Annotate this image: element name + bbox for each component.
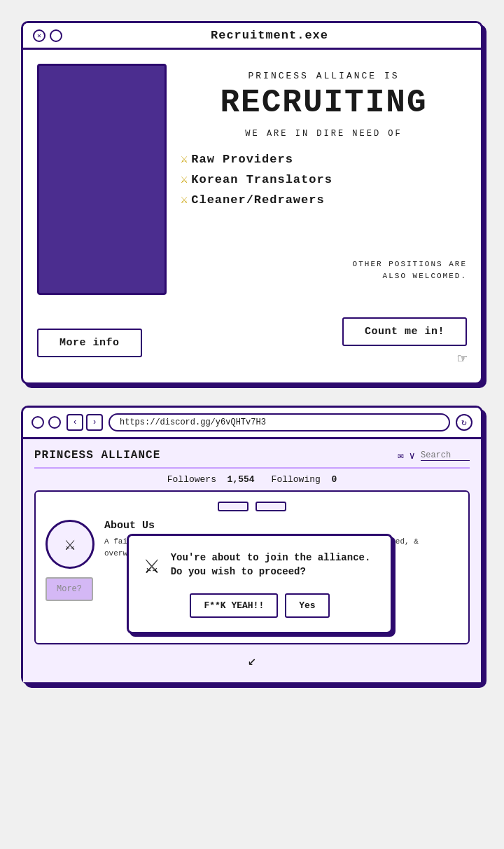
list-item: ⚔️Raw Providers (181, 150, 467, 170)
profile-icons: ✉ ∨ (398, 450, 470, 462)
following-count: 0 (331, 474, 337, 485)
profile-header: PRINCESS ALLIANCE ✉ ∨ (34, 449, 470, 469)
minimize-button[interactable] (50, 29, 62, 42)
mail-icon[interactable]: ✉ (398, 450, 403, 462)
dialog-message: You're about to join the alliance.Do you… (171, 551, 371, 579)
avatar: ⚔️ (46, 520, 94, 569)
profile-name: PRINCESS ALLIANCE (34, 449, 160, 462)
window-footer-1: More info Count me in! ☞ (23, 309, 481, 382)
url-bar[interactable] (108, 413, 450, 432)
avatar-swords-icon: ⚔️ (64, 533, 76, 555)
browser-titlebar: ‹ › ↻ (23, 408, 481, 439)
list-item: ⚔️Cleaner/Redrawers (181, 191, 467, 211)
nav-arrows: ‹ › (66, 414, 103, 431)
following-label: Following (272, 474, 321, 485)
browser-window: ‹ › ↻ PRINCESS ALLIANCE ✉ ∨ Followers 1,… (21, 406, 483, 684)
dialog-body: ⚔️ You're about to join the alliance.Do … (144, 550, 375, 581)
stats-row: Followers 1,554 Following 0 (34, 469, 470, 490)
followers-label: Followers (167, 474, 216, 485)
dialog-box: ⚔️ You're about to join the alliance.Do … (127, 534, 393, 634)
more-info-button[interactable]: More info (37, 329, 142, 357)
list-item: ⚔️Korean Translators (181, 170, 467, 191)
need-label: WE ARE IN DIRE NEED OF (181, 129, 467, 139)
forward-button[interactable]: › (86, 414, 103, 431)
search-input[interactable] (421, 450, 470, 461)
positions-list: ⚔️Raw Providers ⚔️Korean Translators ⚔️C… (181, 150, 467, 211)
window-controls: ✕ (33, 29, 62, 42)
browser-close-btn[interactable] (31, 416, 44, 429)
character-image (37, 64, 167, 295)
back-button[interactable]: ‹ (66, 414, 83, 431)
recruitment-window: ✕ Recruitment.exe PRINCESS ALLIANCE IS R… (21, 21, 483, 385)
bottom-cursor-area: ↙ (34, 644, 470, 672)
refresh-button[interactable]: ↻ (456, 414, 472, 431)
more-button[interactable]: More? (46, 577, 93, 601)
count-me-in-button[interactable]: Count me in! (342, 317, 467, 346)
browser-min-btn[interactable] (48, 416, 61, 429)
followers-count: 1,554 (227, 474, 255, 485)
cursor-icon: ☞ (458, 350, 467, 368)
dialog-swords-icon: ⚔️ (144, 550, 160, 581)
following-stat: Following 0 (272, 474, 337, 485)
titlebar-1: ✕ Recruitment.exe (23, 23, 481, 50)
window-title: Recruitment.exe (68, 29, 471, 42)
main-title: RECRUITING (181, 87, 467, 119)
yes-button[interactable]: Yes (285, 593, 329, 618)
tab-row (46, 502, 458, 511)
chevron-down-icon[interactable]: ∨ (410, 450, 415, 462)
tab-2[interactable] (255, 502, 286, 511)
sword-icon-1: ⚔️ (181, 150, 188, 170)
followers-stat: Followers 1,554 (167, 474, 255, 485)
sword-icon-3: ⚔️ (181, 191, 188, 211)
window-body-1: PRINCESS ALLIANCE IS RECRUITING WE ARE I… (23, 50, 481, 309)
dialog-footer: F**K YEAH!! Yes (144, 593, 375, 618)
dialog-overlay: ⚔️ You're about to join the alliance.Do … (127, 534, 468, 634)
tab-1[interactable] (218, 502, 248, 511)
fk-yeah-button[interactable]: F**K YEAH!! (190, 593, 278, 618)
other-positions-text: OTHER POSITIONS AREALSO WELCOMED. (353, 260, 467, 281)
close-button[interactable]: ✕ (33, 29, 46, 42)
other-positions: OTHER POSITIONS AREALSO WELCOMED. (181, 216, 467, 283)
about-title: About Us (104, 520, 458, 532)
subtitle: PRINCESS ALLIANCE IS (181, 71, 467, 81)
browser-controls (31, 416, 61, 429)
browser-body: PRINCESS ALLIANCE ✉ ∨ Followers 1,554 Fo… (23, 439, 481, 682)
sword-icon-2: ⚔️ (181, 170, 188, 191)
content-area: ⚔️ About Us A fairly new cult group made… (34, 490, 470, 644)
recruitment-content: PRINCESS ALLIANCE IS RECRUITING WE ARE I… (37, 64, 467, 295)
cursor-arrow-icon: ↙ (248, 653, 256, 669)
recruitment-text: PRINCESS ALLIANCE IS RECRUITING WE ARE I… (181, 64, 467, 283)
